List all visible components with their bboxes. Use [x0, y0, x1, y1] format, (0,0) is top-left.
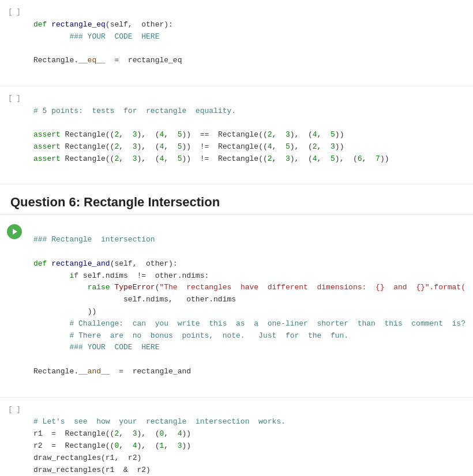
type-error-close: )): [88, 307, 97, 316]
section-header-text: Question 6: Rectangle Intersection: [10, 195, 220, 209]
cell-eq-def: [ ] def rectangle_eq(self, other): ### Y…: [0, 0, 473, 86]
attr-and: __and__: [78, 367, 110, 376]
assert-line-2: Rectangle((2, 3), (4, 5)) != Rectangle((…: [65, 142, 344, 151]
type-error-msg: "The rectangles have different dimension…: [159, 283, 466, 292]
assert-line-3: Rectangle((2, 3), (4, 5)) != Rectangle((…: [65, 154, 389, 163]
fn-rectangle-and: rectangle_and: [51, 259, 110, 268]
keyword-raise: raise: [88, 283, 115, 292]
assert-line-1: Rectangle((2, 3), (4, 5)) == Rectangle((…: [65, 130, 344, 139]
assert-kw-2: assert: [33, 142, 65, 151]
cell-gutter-2: [ ]: [0, 91, 29, 180]
cell-code-1[interactable]: def rectangle_eq(self, other): ### YOUR …: [29, 5, 473, 81]
keyword-if: if: [69, 271, 82, 280]
if-condition: self.ndims != other.ndims:: [83, 271, 209, 280]
comment-bonus: # There are no bonus points, note. Just …: [69, 331, 348, 340]
cell-label-4: [ ]: [8, 406, 21, 414]
draw-r1-r2: draw_rectangles(r1, r2): [33, 454, 141, 462]
cell-gutter-1: [ ]: [0, 5, 29, 81]
cell-code-3[interactable]: ### Rectangle intersection def rectangle…: [29, 220, 473, 392]
cell-label-2: [ ]: [8, 95, 21, 103]
cell-label-1: [ ]: [8, 8, 21, 16]
cell-code-4[interactable]: # Let's see how your rectangle intersect…: [29, 402, 473, 476]
cell-eq-test: [ ] # 5 points: tests for rectangle equa…: [0, 86, 473, 185]
cell-code-2[interactable]: # 5 points: tests for rectangle equality…: [29, 91, 473, 180]
r1-assign-draw: r1 = Rectangle((2, 3), (0, 4)): [33, 429, 191, 438]
notebook: [ ] def rectangle_eq(self, other): ### Y…: [0, 0, 473, 476]
assignment-eq: Rectangle.__eq__ = rectangle_eq: [33, 56, 182, 65]
params-2: (self, other):: [110, 259, 178, 268]
draw-and: draw_rectangles(r1 & r2): [33, 466, 151, 474]
attr-eq: __eq__: [78, 56, 106, 65]
assert-kw-3: assert: [33, 154, 65, 163]
comment-5pts: # 5 points: tests for rectangle equality…: [33, 107, 236, 115]
assignment-and: Rectangle.__and__ = rectangle_and: [33, 367, 191, 376]
comment-your-code-2: ### YOUR CODE HERE: [69, 343, 159, 352]
run-button-3[interactable]: [7, 224, 22, 239]
cell-draw: [ ] # Let's see how your rectangle inter…: [0, 398, 473, 476]
comment-challenge: # Challenge: can you write this as a one…: [69, 319, 466, 328]
comment-rect-intersection: ### Rectangle intersection: [33, 235, 155, 244]
cell-and-def: ### Rectangle intersection def rectangle…: [0, 215, 473, 397]
keyword-def-2: def: [33, 259, 51, 268]
cell-gutter-3: [0, 220, 29, 392]
format-args: self.ndims, other.ndims: [123, 295, 236, 304]
comment-your-code-1: ### YOUR CODE HERE: [33, 32, 159, 41]
assert-kw-1: assert: [33, 130, 65, 139]
r2-assign-draw: r2 = Rectangle((0, 4), (1, 3)): [33, 441, 191, 450]
fn-rectangle-eq: rectangle_eq: [51, 20, 106, 29]
comment-see-how: # Let's see how your rectangle intersect…: [33, 417, 286, 426]
cell-gutter-4: [ ]: [0, 402, 29, 476]
params: (self, other):: [106, 20, 173, 29]
keyword-def: def: [33, 20, 51, 29]
section-header-q6: Question 6: Rectangle Intersection: [0, 184, 473, 215]
type-error-cls: TypeError: [114, 283, 155, 292]
